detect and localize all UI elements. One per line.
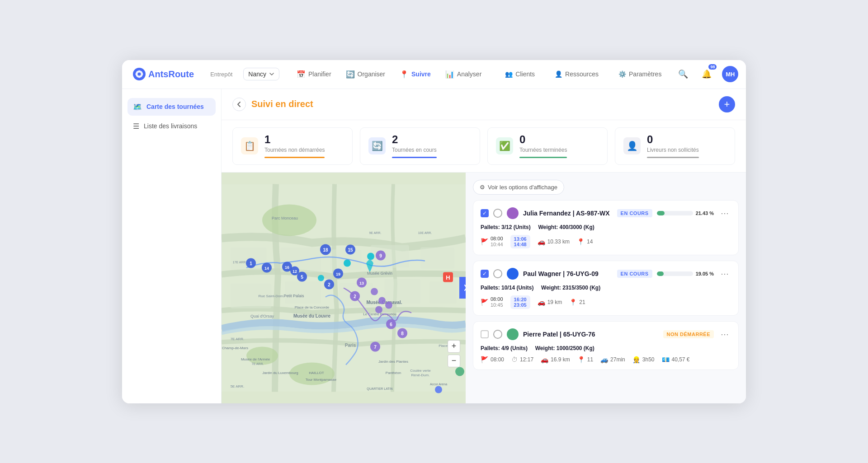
nav-organiser[interactable]: 🔄 Organiser: [340, 66, 392, 82]
route-card-pierre: Pierre Patel | 65-UYG-76 NON DÉMARRÉE ⋯ …: [473, 321, 739, 370]
svg-rect-9: [330, 249, 362, 270]
flag-icon-pierre: 🚩: [481, 356, 488, 363]
route-distance-paul: 🚗 19 km: [538, 299, 562, 306]
more-button-julia[interactable]: ⋯: [718, 207, 731, 220]
route-avatar-julia: [507, 207, 519, 219]
more-button-pierre[interactable]: ⋯: [718, 328, 731, 341]
svg-text:2: 2: [328, 282, 330, 287]
svg-text:17E ARR.: 17E ARR.: [233, 260, 247, 263]
stat-label-non-sollicites: Livreurs non sollicités: [647, 147, 699, 153]
svg-point-79: [367, 253, 374, 260]
list-icon: ☰: [133, 122, 139, 131]
svg-text:H: H: [446, 274, 450, 281]
svg-text:QUARTIER LATIN: QUARTIER LATIN: [367, 387, 392, 390]
stat-terminees: ✅ 0 Tournées terminées: [487, 127, 608, 165]
svg-text:2: 2: [354, 294, 356, 299]
route-info-paul: Pallets: 10/14 (Units) Weight: 2315/3500…: [481, 285, 731, 291]
map-container[interactable]: Parc Monceau 17E ARR. 9E ARR. 10E ARR. 7…: [222, 173, 466, 403]
depot-value: Nancy: [248, 70, 266, 78]
route-header-pierre: Pierre Patel | 65-UYG-76 NON DÉMARRÉE ⋯: [481, 328, 731, 341]
notifications-button[interactable]: 🔔 98: [698, 66, 715, 82]
back-button[interactable]: [232, 98, 246, 111]
svg-point-85: [435, 386, 442, 393]
svg-text:13: 13: [359, 281, 364, 285]
route-progress-julia: 21.43 %: [657, 210, 714, 216]
svg-text:10E ARR.: 10E ARR.: [418, 231, 432, 234]
zoom-in-button[interactable]: +: [448, 340, 460, 353]
svg-text:Accor Arena: Accor Arena: [430, 382, 447, 385]
search-button[interactable]: 🔍: [675, 66, 691, 82]
depot-select[interactable]: Nancy: [243, 68, 279, 80]
route-progress-paul: 19.05 %: [657, 271, 714, 276]
nav-planifier[interactable]: 📅 Planifier: [290, 66, 338, 82]
calendar-icon: 📅: [297, 70, 306, 79]
flag-icon: 🚩: [481, 238, 488, 245]
map-routes-area: Parc Monceau 17E ARR. 9E ARR. 10E ARR. 7…: [222, 173, 746, 403]
stat-label-terminees: Tournées terminées: [519, 147, 567, 153]
route-checkbox-pierre[interactable]: [481, 330, 489, 338]
route-time-badge-paul: 16:20 23:05: [510, 295, 530, 309]
route-checkbox-paul[interactable]: ✓: [481, 270, 489, 278]
stat-icon-green: ✅: [496, 137, 513, 154]
svg-rect-13: [285, 281, 321, 304]
route-time-start-paul: 🚩 08:00 10:45: [481, 296, 503, 308]
stops-icon-paul: 📍: [569, 299, 577, 306]
svg-text:19: 19: [336, 271, 340, 276]
stat-icon-blue: 🔄: [368, 137, 386, 154]
more-button-paul[interactable]: ⋯: [718, 267, 731, 280]
svg-point-80: [344, 259, 351, 267]
svg-point-70: [378, 297, 386, 304]
expand-panel-button[interactable]: [459, 277, 466, 299]
route-name-julia: Julia Fernandez | AS-987-WX: [523, 210, 613, 217]
suivre-icon: 📍: [400, 70, 409, 79]
route-stops-julia: 📍 14: [577, 238, 593, 245]
clients-icon: 👥: [505, 70, 513, 78]
svg-text:René-Dum.: René-Dum.: [411, 373, 430, 377]
svg-point-71: [385, 301, 392, 309]
route-distance-pierre: 🚗 16.9 km: [541, 356, 570, 363]
svg-text:7: 7: [374, 344, 377, 349]
route-card-paul: ✓ Paul Wagner | 76-UYG-09 EN COURS 19.05…: [473, 261, 739, 316]
user-avatar[interactable]: MH: [722, 66, 738, 82]
stat-icon-gray: 👤: [623, 137, 641, 154]
logo[interactable]: AntsRoute: [133, 68, 194, 80]
svg-rect-16: [429, 281, 457, 304]
stops-icon: 📍: [577, 238, 585, 245]
stat-non-sollicites: 👤 0 Livreurs non sollicités: [615, 127, 735, 165]
svg-text:Parc Monceau: Parc Monceau: [272, 215, 298, 220]
route-info-pierre: Pallets: 4/9 (Units) Weight: 1000/2500 (…: [481, 345, 731, 351]
sidebar-item-carte[interactable]: 🗺️ Carte des tournées: [127, 98, 216, 116]
nav-ressources[interactable]: 👤 Ressources: [548, 67, 605, 81]
route-time-start-julia: 🚩 08:00 10:44: [481, 236, 503, 247]
drive-icon: 🚙: [600, 356, 608, 363]
route-work-pierre: 👷 3h50: [632, 356, 655, 363]
nav-parametres[interactable]: ⚙️ Paramètres: [612, 67, 668, 81]
route-card-julia: ✓ Julia Fernandez | AS-987-WX EN COURS 2…: [473, 200, 739, 255]
filter-options-button[interactable]: ⚙ Voir les options d'affichage: [473, 180, 564, 195]
stats-row: 📋 1 Tournées non démarrées 🔄 2 Tournées …: [222, 120, 746, 173]
svg-rect-11: [420, 247, 454, 269]
map-controls: + −: [448, 340, 460, 367]
route-time-pierre: 🚩 08:00: [481, 356, 504, 363]
route-distance-julia: 🚗 10.33 km: [538, 238, 570, 245]
svg-text:Musée de l'Armée: Musée de l'Armée: [241, 357, 270, 361]
nav-suivre[interactable]: 📍 Suivre: [393, 66, 437, 82]
map-svg: Parc Monceau 17E ARR. 9E ARR. 10E ARR. 7…: [222, 173, 466, 403]
route-status-pierre: NON DÉMARRÉE: [663, 330, 714, 338]
progress-label-paul: 19.05 %: [696, 271, 714, 276]
nav-clients[interactable]: 👥 Clients: [499, 67, 541, 81]
main-nav: 📅 Planifier 🔄 Organiser 📍 Suivre 📊 Analy…: [290, 66, 488, 82]
stat-number-non-demarrees: 1: [264, 134, 325, 145]
zoom-out-button[interactable]: −: [448, 355, 460, 367]
svg-text:14: 14: [264, 266, 269, 270]
add-button[interactable]: +: [719, 96, 735, 112]
route-avatar-paul: [507, 268, 519, 280]
route-drive-pierre: 🚙 27min: [600, 356, 625, 363]
svg-point-69: [371, 288, 378, 295]
nav-analyser[interactable]: 📊 Analyser: [439, 66, 488, 82]
route-checkbox-julia[interactable]: ✓: [481, 209, 489, 217]
logo-text: AntsRoute: [148, 69, 194, 80]
parametres-icon: ⚙️: [618, 70, 626, 78]
sidebar-item-liste[interactable]: ☰ Liste des livraisons: [127, 117, 216, 135]
svg-text:Coulée verte: Coulée verte: [410, 368, 431, 372]
